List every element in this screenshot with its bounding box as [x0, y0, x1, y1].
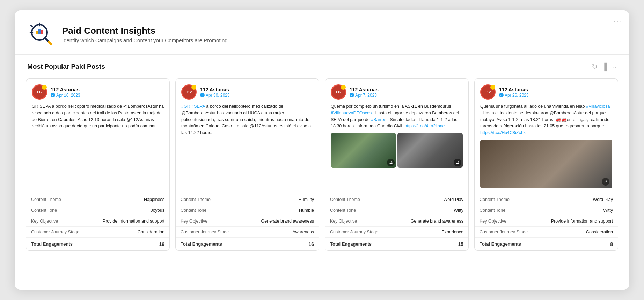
app-logo [27, 20, 55, 48]
card-4-tone-value: Witty [603, 208, 613, 213]
card-3-engagements-count: 15 [458, 241, 463, 247]
card-3-theme-label: Content Theme [330, 197, 360, 202]
card-2-journey-row: Customer Journey Stage Awareness [176, 227, 319, 238]
card-4-image[interactable]: ⇄ [480, 140, 612, 188]
card-3-profile: 112 112 Asturias Apr 7, 2023 [331, 84, 463, 100]
card-4-text-2: . Hasta el incidente se desplazaron @Bom… [480, 111, 609, 129]
card-1-engagements-label: Total Engagements [31, 241, 73, 247]
card-1-journey-label: Customer Journey Stage [31, 230, 79, 234]
card-3-objective-label: Key Objective [330, 219, 357, 224]
card-2-objective-label: Key Objective [181, 219, 207, 224]
cards-grid: 112 112 Asturias Apr 16, 2023 GR SEPA a … [15, 76, 629, 262]
card-4-tone-row: Content Tone Witty [475, 205, 618, 216]
card-3-theme-row: Content Theme Word Play [325, 194, 468, 205]
more-button[interactable]: ··· [611, 63, 617, 71]
card-3-journey-row: Customer Journey Stage Experience [325, 227, 468, 238]
card-2-tone-label: Content Tone [181, 208, 206, 213]
card-1-tone-value: Joyous [151, 208, 164, 213]
card-4-body: 112 112 Asturias Apr 26, 2023 Quema una … [475, 79, 618, 194]
header: Paid Content Insights Identify which Cam… [15, 10, 629, 55]
card-2-tone-value: Humble [299, 208, 314, 213]
card-1-engagements: Total Engagements 16 [26, 238, 169, 250]
card-4-image-overlay: ⇄ [602, 178, 609, 186]
card-4-objective-row: Key Objective Provide information and su… [475, 216, 618, 227]
card-4-theme-label: Content Theme [480, 197, 510, 202]
card-1-avatar: 112 [32, 84, 47, 100]
card-2: 112 112 Asturias Apr 30, 2023 #GR #SEPA … [175, 78, 319, 251]
card-3-image-1[interactable]: ⇄ [331, 133, 396, 168]
card-3-image-2[interactable]: ⇄ [397, 133, 463, 168]
card-4-profile: 112 112 Asturias Apr 26, 2023 [480, 84, 612, 100]
card-4-objective-label: Key Objective [480, 219, 506, 224]
card-3-profile-info: 112 Asturias Apr 7, 2023 [350, 87, 379, 98]
svg-line-5 [31, 25, 34, 27]
card-1-theme-row: Content Theme Happiness [26, 194, 169, 205]
svg-rect-3 [41, 30, 43, 34]
card-3-images: ⇄ ⇄ [331, 133, 463, 168]
svg-rect-8 [47, 40, 52, 45]
card-1-engagements-count: 16 [159, 241, 164, 247]
card-4-hashtag-1: #Villaviciosa [586, 104, 610, 109]
card-2-avatar: 112 [181, 84, 197, 100]
card-1-journey-row: Customer Journey Stage Consideration [26, 227, 169, 238]
card-4-footer: Content Theme Word Play Content Tone Wit… [475, 194, 618, 250]
card-3-date: Apr 7, 2023 [350, 93, 379, 98]
card-4-avatar: 112 [480, 84, 496, 100]
card-3-hashtag-2: #Barres [371, 117, 386, 122]
card-3-engagements: Total Engagements 15 [325, 238, 468, 250]
card-1-footer: Content Theme Happiness Content Tone Joy… [26, 194, 169, 250]
card-4-profile-info: 112 Asturias Apr 26, 2023 [499, 87, 529, 98]
card-1-text: GR SEPA a bordo helicóptero medicalizado… [32, 103, 164, 129]
card-3-tone-row: Content Tone Witty [325, 205, 468, 216]
card-3-account-name: 112 Asturias [350, 87, 379, 92]
card-3-text-1: Quema por completo un turismo en la AS-1… [331, 104, 451, 109]
card-3-link: https://t.co/4ttn2libne [404, 123, 445, 128]
card-2-engagements-label: Total Engagements [181, 241, 222, 247]
chart-button[interactable]: ▐ [602, 63, 607, 71]
card-2-profile-info: 112 Asturias Apr 30, 2023 [200, 87, 230, 98]
card-4-engagements: Total Engagements 8 [475, 238, 618, 250]
svg-rect-1 [36, 31, 38, 34]
card-2-journey-value: Awareness [292, 230, 314, 234]
card-4-text-1: Quema una furgoneta al lado de una vivie… [480, 104, 586, 109]
card-1-objective-label: Key Objective [31, 219, 58, 224]
card-4: 112 112 Asturias Apr 26, 2023 Quema una … [474, 78, 618, 251]
card-1: 112 112 Asturias Apr 16, 2023 GR SEPA a … [26, 78, 170, 251]
card-2-objective-row: Key Objective Generate brand awareness [176, 216, 319, 227]
card-1-theme-value: Happiness [144, 197, 164, 202]
card-3-footer: Content Theme Word Play Content Tone Wit… [325, 194, 468, 250]
card-3-tone-value: Witty [454, 208, 463, 213]
card-3-journey-value: Experience [441, 230, 463, 234]
section-actions: ↻ ▐ ··· [592, 62, 617, 71]
card-1-profile-info: 112 Asturias Apr 16, 2023 [51, 87, 80, 98]
card-3-image-2-overlay: ⇄ [454, 159, 461, 166]
card-2-journey-label: Customer Journey Stage [181, 230, 229, 234]
card-2-theme-value: Humility [299, 197, 314, 202]
card-1-date: Apr 16, 2023 [51, 93, 80, 98]
card-4-engagements-label: Total Engagements [480, 241, 521, 247]
card-1-journey-value: Consideration [138, 230, 164, 234]
card-1-profile: 112 112 Asturias Apr 16, 2023 [32, 84, 164, 100]
card-1-objective-row: Key Objective Provide information and su… [26, 216, 169, 227]
section-title: Most Popular Paid Posts [27, 63, 105, 70]
card-2-profile: 112 112 Asturias Apr 30, 2023 [181, 84, 313, 100]
card-2-date: Apr 30, 2023 [200, 93, 230, 98]
card-4-theme-value: Word Play [593, 197, 613, 202]
refresh-button[interactable]: ↻ [592, 62, 598, 71]
header-text: Paid Content Insights Identify which Cam… [62, 25, 228, 43]
card-1-account-name: 112 Asturias [51, 87, 80, 92]
card-2-engagements: Total Engagements 16 [176, 238, 319, 250]
card-3-tone-label: Content Tone [330, 208, 356, 213]
card-1-theme-label: Content Theme [31, 197, 61, 202]
card-1-objective-value: Provide information and support [103, 219, 164, 224]
card-3-text: Quema por completo un turismo en la AS-1… [331, 103, 463, 129]
card-1-tone-label: Content Tone [31, 208, 57, 213]
card-4-text: Quema una furgoneta al lado de una vivie… [480, 103, 612, 136]
card-4-journey-label: Customer Journey Stage [480, 230, 528, 234]
card-2-account-name: 112 Asturias [200, 87, 230, 92]
card-2-tone-row: Content Tone Humble [176, 205, 319, 216]
card-4-engagements-count: 8 [610, 241, 613, 247]
top-dots-button[interactable]: ··· [614, 17, 622, 25]
section-header: Most Popular Paid Posts ↻ ▐ ··· [15, 55, 629, 76]
card-2-engagements-count: 16 [308, 241, 314, 247]
